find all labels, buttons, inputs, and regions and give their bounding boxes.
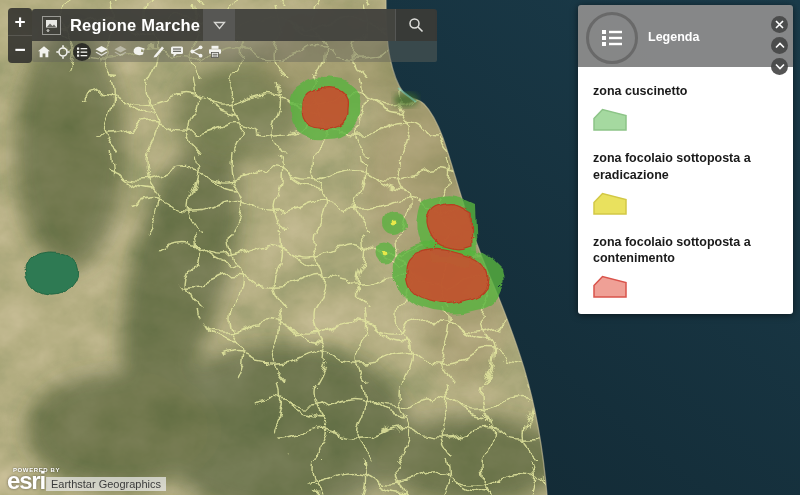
legend-item: zona focolaio sottoposta a contenimento — [593, 234, 778, 299]
legend-item-label: zona focolaio sottoposta a contenimento — [593, 234, 778, 267]
comment-button[interactable] — [168, 42, 186, 61]
select-button[interactable] — [130, 42, 148, 61]
home-button[interactable] — [35, 42, 53, 61]
draw-button[interactable] — [149, 42, 167, 61]
chevron-down-icon — [213, 21, 226, 30]
basemap-icon — [113, 45, 128, 59]
toolbar-title-row: Regione Marche — [32, 9, 437, 41]
zoom-control: + − — [8, 8, 32, 63]
search-source-dropdown[interactable] — [203, 9, 235, 41]
esri-logo[interactable]: esri — [7, 469, 45, 493]
chevron-up-icon — [775, 42, 785, 49]
search-button[interactable] — [395, 9, 435, 41]
locate-button[interactable] — [54, 42, 72, 61]
legend-swatch-containment — [593, 275, 627, 298]
legend-window-controls — [771, 16, 788, 75]
layers-icon — [94, 45, 109, 59]
close-icon — [775, 20, 784, 29]
share-button[interactable] — [187, 42, 205, 61]
legend-icon — [76, 46, 88, 58]
share-icon — [190, 45, 203, 58]
zoom-out-button[interactable]: − — [8, 36, 32, 63]
legend-button[interactable] — [73, 42, 91, 61]
basemap-credit: Earthstar Geographics — [46, 477, 166, 491]
toolbar-tools-row — [32, 41, 437, 62]
legend-item: zona cuscinetto — [593, 83, 778, 131]
legend-swatch-buffer — [593, 108, 627, 131]
legend-item: zona focolaio sottoposta a eradicazione — [593, 150, 778, 215]
legend-body: zona cuscinetto zona focolaio sottoposta… — [578, 67, 793, 314]
print-button[interactable] — [206, 42, 224, 61]
pencil-icon — [152, 45, 165, 58]
legend-item-label: zona focolaio sottoposta a eradicazione — [593, 150, 778, 183]
legend-header[interactable]: Legenda — [578, 5, 793, 67]
top-toolbar: Regione Marche — [32, 9, 437, 62]
basemap-gallery-button[interactable] — [111, 42, 129, 61]
legend-list-icon — [601, 29, 623, 47]
speech-bubble-icon — [170, 45, 184, 58]
zoom-in-button[interactable]: + — [8, 8, 32, 36]
legend-expand-button[interactable] — [771, 58, 788, 75]
select-icon — [132, 45, 147, 58]
legend-close-button[interactable] — [771, 16, 788, 33]
legend-title: Legenda — [648, 30, 699, 44]
legend-collapse-button[interactable] — [771, 37, 788, 54]
chevron-down-icon — [775, 63, 785, 70]
layers-button[interactable] — [92, 42, 110, 61]
page-title: Regione Marche — [70, 16, 203, 35]
lake — [25, 251, 77, 293]
print-icon — [208, 45, 222, 58]
search-input[interactable] — [235, 9, 395, 41]
app-logo-button[interactable] — [32, 9, 70, 41]
overview-map-icon — [42, 16, 61, 35]
home-icon — [37, 45, 51, 59]
legend-item-label: zona cuscinetto — [593, 83, 778, 99]
legend-panel: Legenda zona cuscinetto — [578, 5, 793, 314]
search-icon — [408, 17, 424, 33]
locate-icon — [56, 45, 70, 59]
legend-swatch-eradication — [593, 192, 627, 215]
legend-header-icon-circle — [586, 12, 638, 64]
